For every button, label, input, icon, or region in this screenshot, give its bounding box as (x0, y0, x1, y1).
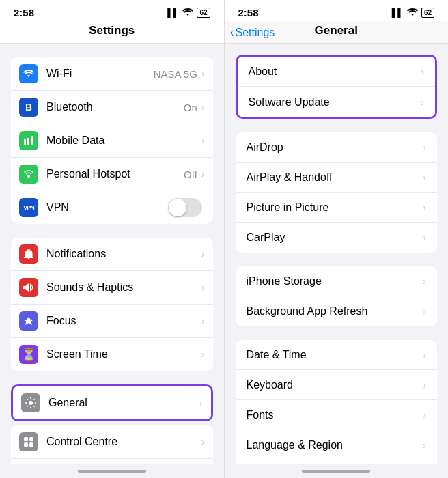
iphone-storage-chevron: › (423, 276, 426, 287)
home-bar-right (302, 470, 370, 473)
wifi-icon-right (407, 8, 418, 18)
iphone-storage-label: iPhone Storage (247, 275, 423, 287)
about-row[interactable]: About › (238, 57, 436, 87)
background-refresh-row[interactable]: Background App Refresh › (236, 296, 438, 326)
time-right: 2:58 (238, 7, 259, 18)
wifi-icon (19, 64, 38, 83)
screen-time-chevron: › (201, 349, 205, 360)
wifi-row[interactable]: Wi-Fi NASA 5G › (11, 57, 213, 91)
vpn-icon: VPN (19, 198, 38, 217)
notifications-icon (19, 244, 38, 264)
display-row[interactable]: AA Display & Brightness › (11, 459, 213, 464)
hotspot-value: Off (184, 169, 197, 180)
language-chevron: › (423, 440, 426, 451)
general-scroll: About › Software Update › AirDrop › AirP… (225, 44, 449, 464)
airdrop-row[interactable]: AirDrop › (236, 132, 438, 163)
back-chevron-icon: ‹ (230, 25, 234, 40)
fonts-chevron: › (423, 410, 426, 421)
locale-section: Date & Time › Keyboard › Fonts › Languag… (236, 340, 438, 464)
pip-label: Picture in Picture (247, 201, 423, 214)
pip-row[interactable]: Picture in Picture › (236, 193, 438, 223)
control-centre-label: Control Centre (46, 436, 201, 448)
keyboard-chevron: › (423, 380, 426, 391)
screen-time-row[interactable]: ⏳ Screen Time › (11, 338, 213, 371)
svg-point-3 (27, 175, 30, 178)
focus-row[interactable]: Focus › (11, 305, 213, 338)
bluetooth-row[interactable]: B Bluetooth On › (11, 91, 213, 124)
control-centre-icon (19, 432, 38, 451)
general-row[interactable]: General › (13, 386, 211, 419)
svg-rect-7 (24, 442, 28, 447)
about-highlight-container: About › Software Update › (236, 55, 438, 119)
settings-scroll: Wi-Fi NASA 5G › B Bluetooth On › Mobile … (0, 44, 224, 464)
hotspot-row[interactable]: Personal Hotspot Off › (11, 158, 213, 191)
focus-icon (19, 311, 38, 331)
svg-rect-2 (31, 136, 33, 145)
time-left: 2:58 (14, 7, 34, 18)
general-navbar: ‹ Settings General (225, 21, 449, 44)
airdrop-label: AirDrop (247, 141, 423, 154)
notifications-row[interactable]: Notifications › (11, 238, 213, 271)
svg-rect-5 (24, 437, 28, 441)
vpn-toggle[interactable] (168, 198, 202, 217)
fonts-label: Fonts (247, 409, 423, 421)
back-label: Settings (236, 26, 275, 38)
vpn-toggle-knob (169, 199, 186, 216)
svg-rect-0 (24, 139, 26, 145)
bluetooth-value: On (184, 102, 197, 113)
software-update-row[interactable]: Software Update › (238, 87, 436, 117)
sounds-row[interactable]: Sounds & Haptics › (11, 271, 213, 305)
status-icons-right: ▌▌ 62 (392, 8, 434, 18)
about-chevron: › (421, 66, 424, 77)
carplay-row[interactable]: CarPlay › (236, 223, 438, 253)
carplay-chevron: › (423, 232, 426, 243)
sounds-label: Sounds & Haptics (46, 281, 201, 294)
airplay-row[interactable]: AirPlay & Handoff › (236, 163, 438, 193)
iphone-storage-row[interactable]: iPhone Storage › (236, 266, 438, 296)
mobile-data-icon (19, 131, 38, 150)
mobile-data-row[interactable]: Mobile Data › (11, 124, 213, 158)
storage-section: iPhone Storage › Background App Refresh … (236, 266, 438, 326)
fonts-row[interactable]: Fonts › (236, 400, 438, 430)
control-centre-chevron: › (201, 436, 205, 447)
language-row[interactable]: Language & Region › (236, 430, 438, 460)
battery-right: 62 (421, 8, 434, 18)
bluetooth-icon: B (19, 98, 38, 117)
date-time-chevron: › (423, 350, 426, 361)
wifi-icon-left (182, 8, 193, 18)
airplay-label: AirPlay & Handoff (247, 171, 423, 184)
svg-rect-1 (27, 138, 29, 145)
wifi-chevron: › (201, 68, 205, 79)
svg-rect-6 (29, 437, 33, 441)
general-nav-title: General (315, 24, 358, 38)
carplay-label: CarPlay (247, 231, 423, 244)
network-section: Wi-Fi NASA 5G › B Bluetooth On › Mobile … (11, 57, 213, 224)
settings-panel: 2:58 ▌▌ 62 Settings Wi-Fi NASA 5G › (0, 0, 224, 478)
control-centre-row[interactable]: Control Centre › (11, 425, 213, 459)
status-bar-right: 2:58 ▌▌ 62 (225, 0, 449, 21)
status-icons-left: ▌▌ 62 (167, 8, 210, 18)
vpn-row[interactable]: VPN VPN (11, 191, 213, 224)
keyboard-row[interactable]: Keyboard › (236, 370, 438, 400)
notifications-chevron: › (201, 249, 205, 259)
general-label: General (48, 397, 199, 409)
general-highlighted-section: General › (11, 384, 213, 421)
background-refresh-chevron: › (423, 306, 426, 317)
back-button[interactable]: ‹ Settings (230, 25, 275, 40)
software-update-chevron: › (421, 97, 424, 108)
more-section: Control Centre › AA Display & Brightness… (11, 425, 213, 464)
screen-time-icon: ⏳ (19, 345, 38, 364)
connectivity-section: AirDrop › AirPlay & Handoff › Picture in… (236, 132, 438, 253)
airplay-chevron: › (423, 172, 426, 183)
background-refresh-label: Background App Refresh (247, 305, 423, 318)
settings-title: Settings (89, 24, 135, 37)
home-indicator-right (225, 464, 449, 478)
svg-point-4 (29, 401, 33, 405)
hotspot-chevron: › (201, 169, 205, 180)
hotspot-icon (19, 165, 38, 184)
date-time-row[interactable]: Date & Time › (236, 340, 438, 370)
signal-icon-right: ▌▌ (392, 8, 404, 18)
bluetooth-chevron: › (201, 102, 205, 113)
about-label: About (249, 66, 421, 78)
pip-chevron: › (423, 202, 426, 213)
